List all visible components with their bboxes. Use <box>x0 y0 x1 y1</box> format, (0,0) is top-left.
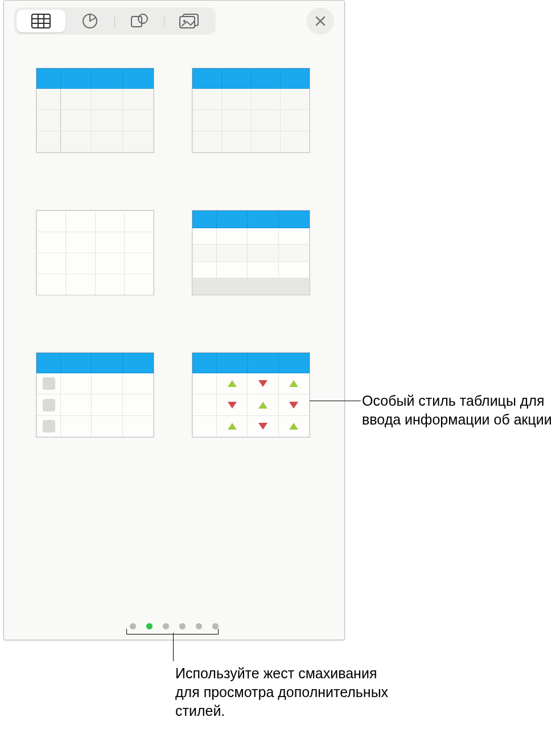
callout-leader-line <box>310 401 361 401</box>
triangle-down-icon <box>258 423 267 430</box>
close-icon <box>315 15 326 27</box>
callout-leader-line <box>173 633 174 661</box>
triangle-up-icon <box>228 380 237 387</box>
triangle-up-icon <box>228 423 237 430</box>
tab-media[interactable] <box>164 10 213 32</box>
triangle-down-icon <box>289 402 298 409</box>
close-button[interactable] <box>307 7 334 35</box>
insert-panel <box>3 0 345 640</box>
table-styles-grid <box>4 39 344 449</box>
table-style-header-footer[interactable] <box>192 210 310 295</box>
tab-table[interactable] <box>17 10 65 32</box>
triangle-up-icon <box>258 402 267 409</box>
triangle-down-icon <box>258 380 267 387</box>
pie-chart-icon <box>82 13 98 29</box>
checkbox-icon <box>43 399 55 411</box>
table-style-blue-header-1[interactable] <box>36 68 154 153</box>
table-style-plain[interactable] <box>36 210 154 295</box>
table-style-stock[interactable] <box>192 352 310 438</box>
svg-point-7 <box>138 14 147 23</box>
checkbox-icon <box>43 377 55 390</box>
tab-chart[interactable] <box>65 10 114 32</box>
triangle-up-icon <box>289 423 298 430</box>
svg-rect-0 <box>32 14 50 28</box>
media-icon <box>179 14 199 28</box>
insert-toolbar <box>4 1 344 39</box>
table-style-checklist[interactable] <box>36 352 154 438</box>
checkbox-icon <box>43 420 55 432</box>
table-icon <box>31 14 51 28</box>
triangle-up-icon <box>289 380 298 387</box>
triangle-down-icon <box>228 402 237 409</box>
svg-point-10 <box>183 20 186 22</box>
tab-shape[interactable] <box>115 10 164 32</box>
svg-rect-6 <box>131 17 142 27</box>
callout-swipe-hint: Используйте жест смахивания для просмотр… <box>175 664 392 720</box>
shapes-icon <box>130 13 149 29</box>
table-style-blue-header-2[interactable] <box>192 68 310 153</box>
category-segmented-control <box>14 7 216 35</box>
callout-stock-style: Особый стиль таблицы для ввода информаци… <box>362 392 555 429</box>
callout-bracket <box>126 629 219 634</box>
